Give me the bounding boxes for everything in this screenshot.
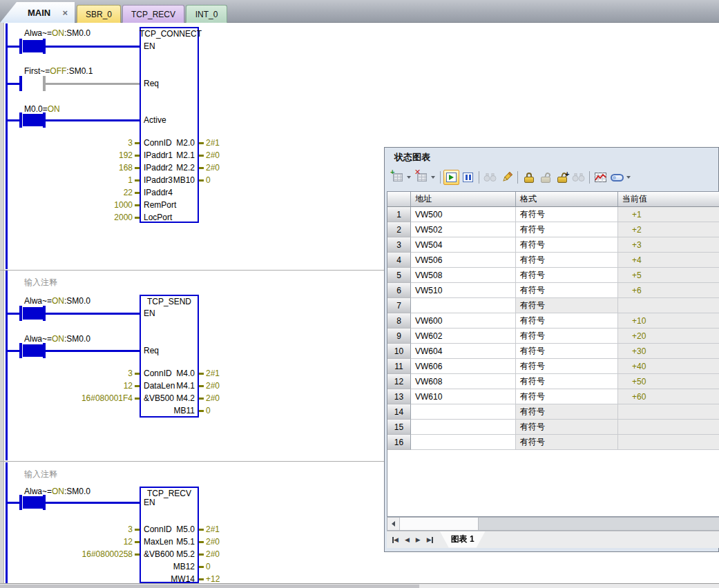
contact-operand-label[interactable]: Alwa~=ON:SM0.0 [24,487,90,496]
row-number[interactable]: 9 [387,329,411,344]
current-value-cell[interactable] [618,298,719,313]
pin-output-operand[interactable]: M2.1 [144,150,195,160]
row-number[interactable]: 14 [387,404,411,420]
pin-output-operand[interactable]: M2.2 [144,163,195,173]
format-cell[interactable]: 有符号 [516,313,618,329]
address-cell[interactable]: VW610 [411,389,516,404]
network-comment[interactable]: 输入注释 [24,469,57,480]
format-cell[interactable]: 有符号 [516,435,618,450]
pin-input-value[interactable]: 16#08000258 [35,549,133,559]
pin-input-value[interactable]: 12 [35,381,133,391]
pin-output-operand[interactable]: M4.0 [144,369,195,378]
current-value-cell[interactable]: +1 [618,207,719,222]
current-value-cell[interactable]: +2 [618,222,719,237]
address-cell[interactable]: VW602 [411,329,516,344]
contact-operand-label[interactable]: Alwa~=ON:SM0.0 [24,28,90,38]
address-cell[interactable] [411,404,516,420]
pin-input-value[interactable]: 3 [35,525,133,534]
address-cell[interactable]: VW500 [411,207,516,222]
row-number[interactable]: 13 [387,389,411,404]
format-cell[interactable]: 有符号 [516,207,618,222]
row-number[interactable]: 8 [387,313,411,329]
format-cell[interactable]: 有符号 [516,329,618,344]
pin-input-value[interactable]: 2000 [35,213,133,222]
contact-symbol[interactable] [19,343,22,358]
chart-status-on-button[interactable] [443,170,459,185]
current-value-cell[interactable]: +6 [618,283,719,298]
first-sheet-button[interactable]: ◀ [392,536,399,543]
chart-sheet-tab[interactable]: 图表 1 [440,531,486,548]
address-cell[interactable]: VW502 [411,222,516,237]
address-cell[interactable] [411,435,516,450]
trend-view-button[interactable] [593,170,608,185]
pin-input-value[interactable]: 168 [35,163,133,173]
column-header-current-value[interactable]: 当前值 [618,192,719,207]
address-cell[interactable]: VW604 [411,344,516,359]
tab-int0[interactable]: INT_0 [186,5,227,23]
address-cell[interactable]: VW504 [411,237,516,253]
contact-operand-label[interactable]: Alwa~=ON:SM0.0 [24,334,90,344]
next-sheet-button[interactable]: ▶ [416,536,421,543]
current-value-cell[interactable]: +10 [618,313,719,329]
pin-input-value[interactable]: 16#080001F4 [35,393,133,403]
format-cell[interactable]: 有符号 [516,420,618,435]
row-number[interactable]: 7 [387,298,411,313]
pin-input-value[interactable]: 192 [35,150,133,160]
contact-energized-fill[interactable] [23,40,43,52]
pin-output-operand[interactable]: MB12 [144,562,195,571]
pin-input-value[interactable]: 1000 [35,200,133,210]
force-button[interactable] [521,170,537,185]
format-cell[interactable]: 有符号 [516,283,618,298]
pin-output-operand[interactable]: M4.1 [144,381,195,391]
pin-input-value[interactable]: 3 [35,138,133,148]
format-cell[interactable]: 有符号 [516,268,618,283]
address-cell[interactable]: VW506 [411,253,516,268]
pin-output-operand[interactable]: M2.0 [144,138,195,148]
row-number[interactable]: 4 [387,253,411,268]
row-number[interactable]: 11 [387,359,411,374]
current-value-cell[interactable]: +60 [618,389,719,404]
contact-symbol[interactable] [19,306,22,321]
format-cell[interactable]: 有符号 [516,237,618,253]
column-header-address[interactable]: 地址 [411,192,516,207]
format-cell[interactable]: 有符号 [516,374,618,389]
contact-symbol[interactable] [19,39,22,54]
address-cell[interactable] [411,298,516,313]
contact-symbol[interactable] [19,112,22,128]
current-value-cell[interactable]: +4 [618,253,719,268]
pin-input-value[interactable]: 1 [35,175,133,185]
pin-output-operand[interactable]: M4.2 [144,393,195,403]
address-cell[interactable] [411,420,516,435]
contact-operand-label[interactable]: First~=OFF:SM0.1 [24,66,93,76]
current-value-cell[interactable]: +40 [618,359,719,374]
row-number[interactable]: 3 [387,237,411,253]
current-value-cell[interactable] [618,420,719,435]
format-cell[interactable]: 有符号 [516,222,618,237]
row-number[interactable]: 16 [387,435,411,450]
current-value-cell[interactable] [618,404,719,420]
contact-operand-label[interactable]: Alwa~=ON:SM0.0 [24,296,90,306]
network-comment[interactable]: 输入注释 [24,277,57,288]
current-value-cell[interactable]: +30 [618,344,719,359]
format-cell[interactable]: 有符号 [516,359,618,374]
contact-symbol[interactable] [19,76,22,91]
current-value-cell[interactable] [618,435,719,450]
current-value-cell[interactable]: +3 [618,237,719,253]
format-cell[interactable]: 有符号 [516,344,618,359]
address-cell[interactable]: VW510 [411,283,516,298]
address-cell[interactable]: VW608 [411,374,516,389]
row-number[interactable]: 5 [387,268,411,283]
insert-row-button[interactable]: + [390,170,405,185]
tab-main[interactable]: MAIN × [0,2,75,23]
contact-energized-fill[interactable] [23,496,43,509]
delete-row-dropdown-arrow-icon[interactable] [431,176,435,179]
unforce-button[interactable] [537,170,553,185]
format-cell[interactable]: 有符号 [516,389,618,404]
pin-input-value[interactable]: 3 [35,369,133,378]
editor-horizontal-scrollbar[interactable] [0,583,719,588]
row-number[interactable]: 1 [387,207,411,222]
prev-sheet-button[interactable]: ◀ [405,536,410,543]
read-all-button[interactable] [482,170,498,185]
write-all-button[interactable] [499,170,515,185]
format-cell[interactable]: 有符号 [516,298,618,313]
